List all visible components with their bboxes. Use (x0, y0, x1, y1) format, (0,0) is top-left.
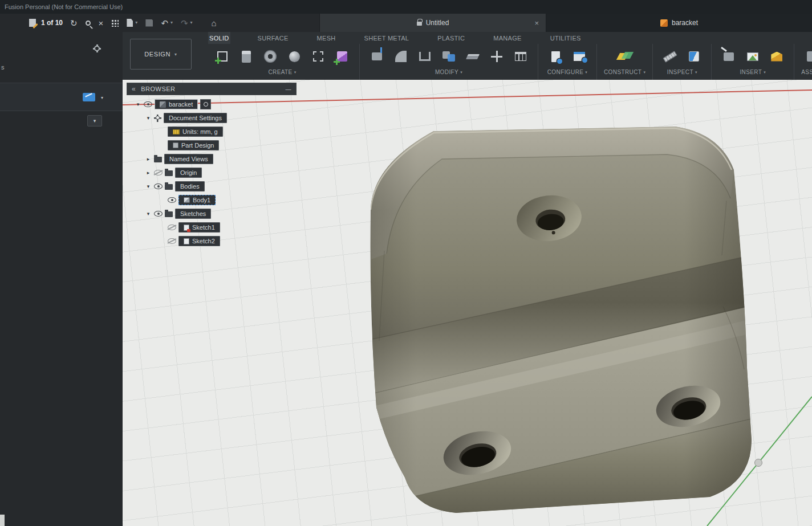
create-sketch-button[interactable] (212, 46, 233, 67)
chevron-down-icon[interactable]: ▾ (101, 95, 103, 100)
save-icon[interactable] (145, 19, 153, 27)
home-icon[interactable]: ⌂ (212, 19, 217, 27)
group-label-modify[interactable]: MODIFY▾ (435, 69, 462, 75)
tree-label-origin[interactable]: Origin (175, 168, 202, 178)
ribbon-tab-sheet-metal[interactable]: SHEET METAL (363, 32, 411, 44)
revolve-button[interactable] (260, 46, 281, 67)
group-label-assem[interactable]: ASSEM (801, 69, 812, 75)
eye-hidden-icon[interactable] (168, 225, 176, 230)
move-button[interactable] (486, 46, 507, 67)
eye-visible-icon[interactable] (168, 197, 176, 203)
configuration-table-button[interactable] (569, 46, 590, 67)
tree-label-baracket[interactable]: baracket (155, 99, 198, 109)
tree-row-units-mm-g[interactable]: Units: mm, g (127, 125, 297, 138)
eye-hidden-icon[interactable] (154, 170, 163, 176)
close-tab-icon[interactable]: × (534, 19, 539, 27)
change-parameters-button[interactable] (510, 46, 531, 67)
tree-label-units-mm-g[interactable]: Units: mm, g (168, 127, 223, 137)
tree-label-sketches[interactable]: Sketches (175, 209, 211, 219)
eye-visible-icon[interactable] (144, 101, 152, 107)
eye-visible-icon[interactable] (154, 211, 163, 217)
create-form-button[interactable] (332, 46, 352, 67)
tree-row-origin[interactable]: ▸Origin (127, 166, 297, 180)
redo-icon[interactable]: ↷ (181, 19, 193, 27)
ribbon-tab-surface[interactable]: SURFACE (257, 32, 290, 44)
insert-mesh-button[interactable] (766, 46, 787, 67)
shell-button[interactable] (415, 46, 435, 67)
canvas-button[interactable] (742, 46, 763, 67)
apps-grid-icon[interactable] (111, 19, 119, 27)
insert-derive-button[interactable] (718, 46, 739, 67)
sidebar-dropdown-button[interactable]: ▾ (87, 115, 102, 127)
document-tab-baracket[interactable]: baracket (546, 14, 812, 32)
extrude-button[interactable] (236, 46, 257, 67)
ribbon-tab-plastic[interactable]: PLASTIC (436, 32, 466, 44)
bounding-box-button[interactable] (308, 46, 328, 67)
ribbon-group-inspect: INSPECT▾ (653, 44, 712, 80)
viewport-3d[interactable]: BROWSER ▾baracket▾Document SettingsUnits… (123, 80, 812, 526)
tree-label-document-settings[interactable]: Document Settings (164, 113, 227, 123)
minimize-panel-icon[interactable] (286, 85, 292, 92)
chevron-down-icon[interactable]: ▾ (145, 184, 152, 189)
bracket-model[interactable] (348, 114, 764, 526)
tree-label-part-design[interactable]: Part Design (168, 140, 219, 150)
undo-icon[interactable]: ↶ (161, 19, 173, 27)
tree-label-sketch2[interactable]: Sketch2 (178, 236, 220, 246)
tree-label-sketch1[interactable]: Sketch1 (178, 222, 220, 233)
combine-button[interactable] (439, 46, 459, 67)
tree-row-bodies[interactable]: ▾Bodies (127, 180, 297, 193)
chevron-down-icon[interactable]: ▾ (135, 101, 141, 107)
tree-row-named-views[interactable]: ▸Named Views (127, 152, 297, 166)
chevron-right-icon[interactable]: ▸ (145, 156, 152, 162)
collapse-panel-icon[interactable] (132, 85, 136, 93)
new-file-icon[interactable] (127, 19, 137, 27)
new-component-button[interactable] (802, 46, 812, 67)
group-label-insert[interactable]: INSERT▾ (740, 69, 766, 75)
group-label-configure[interactable]: CONFIGURE▾ (547, 69, 588, 75)
group-label-create[interactable]: CREATE▾ (268, 69, 296, 75)
chevron-down-icon[interactable]: ▾ (145, 115, 152, 121)
configuration-button[interactable] (545, 46, 566, 67)
chevron-down-icon: ▾ (643, 70, 645, 75)
browser-header[interactable]: BROWSER (127, 83, 297, 95)
search-icon[interactable] (86, 21, 91, 26)
press-pull-button[interactable] (367, 46, 387, 67)
eye-visible-icon[interactable] (154, 184, 163, 189)
tree-row-baracket[interactable]: ▾baracket (127, 97, 297, 111)
tree-label-body1[interactable]: Body1 (178, 195, 216, 205)
tree-row-sketch1[interactable]: Sketch1 (127, 221, 297, 234)
tree-label-bodies[interactable]: Bodies (175, 181, 205, 191)
close-icon[interactable]: × (99, 19, 104, 27)
units-icon (173, 129, 180, 134)
tree-row-part-design[interactable]: Part Design (127, 138, 297, 152)
construction-plane-button[interactable] (615, 46, 635, 67)
workspace-selector-button[interactable]: DESIGN (130, 39, 192, 70)
ribbon-tab-utilities[interactable]: UTILITIES (549, 32, 582, 44)
fillet-button[interactable] (391, 46, 411, 67)
ribbon-tab-solid[interactable]: SOLID (208, 32, 230, 44)
tree-row-document-settings[interactable]: ▾Document Settings (127, 111, 297, 125)
folder-icon (165, 170, 173, 176)
measure-button[interactable] (660, 46, 680, 67)
page-edit-icon[interactable] (29, 19, 36, 27)
document-tab-untitled[interactable]: Untitled × (319, 14, 546, 32)
origin-point[interactable] (755, 459, 762, 467)
annotation-icon[interactable] (83, 93, 95, 101)
ribbon-tab-manage[interactable]: MANAGE (492, 32, 522, 44)
tree-label-named-views[interactable]: Named Views (164, 154, 213, 164)
tree-row-sketch2[interactable]: Sketch2 (127, 234, 297, 248)
section-analysis-button[interactable] (684, 46, 704, 67)
sphere-button[interactable] (284, 46, 304, 67)
sync-icon[interactable]: ↻ (70, 19, 78, 27)
chevron-right-icon[interactable]: ▸ (145, 170, 152, 176)
ribbon-tab-mesh[interactable]: MESH (316, 32, 337, 44)
ground-to-parent-icon[interactable] (200, 99, 211, 109)
eye-hidden-icon[interactable] (168, 238, 176, 244)
group-label-inspect[interactable]: INSPECT▾ (667, 69, 697, 75)
tree-row-body1[interactable]: Body1 (127, 193, 297, 207)
group-label-construct[interactable]: CONSTRUCT▾ (604, 69, 645, 75)
offset-face-button[interactable] (462, 46, 483, 67)
gear-icon[interactable] (93, 44, 101, 52)
tree-row-sketches[interactable]: ▾Sketches (127, 207, 297, 221)
chevron-down-icon[interactable]: ▾ (145, 211, 152, 217)
